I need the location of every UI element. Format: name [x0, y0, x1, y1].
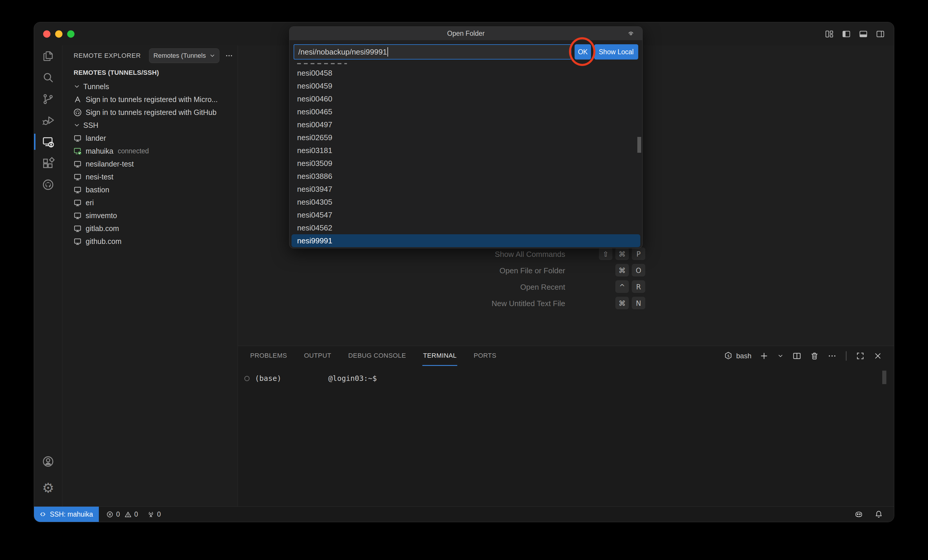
ports-count: 0 — [157, 510, 161, 518]
tree-item-icon — [73, 237, 82, 246]
close-panel-icon[interactable] — [873, 351, 883, 361]
layout-controls — [824, 29, 885, 39]
folder-path-input[interactable]: /nesi/nobackup/nesi99991 — [294, 44, 571, 60]
error-icon — [106, 510, 114, 518]
terminal-shell-chip[interactable]: $ bash — [723, 351, 751, 361]
show-local-button[interactable]: Show Local — [594, 44, 638, 60]
folder-list-item[interactable]: nesi00459 — [290, 79, 642, 92]
tree-item-label: nesi-test — [85, 173, 113, 181]
terminal-dropdown-chevron-icon[interactable] — [777, 352, 784, 360]
tree-item-icon — [73, 185, 82, 195]
problems-status[interactable]: 0 0 — [106, 507, 140, 522]
notifications-bell-icon[interactable] — [874, 510, 884, 519]
remote-scope-dropdown[interactable]: Remotes (Tunnels — [149, 48, 220, 63]
tree-item-label: bastion — [85, 186, 109, 194]
terminal-prompt-line[interactable]: (base) @login03:~$ — [244, 374, 377, 383]
folder-list-item[interactable]: nesi04547 — [290, 209, 642, 221]
folder-list-item[interactable]: nesi00497 — [290, 118, 642, 131]
folder-list-item[interactable]: nesi03181 — [290, 144, 642, 157]
remote-tree-item[interactable]: SSH — [63, 119, 238, 132]
watermark-keys: ^ R — [599, 280, 645, 294]
keycap: ⌘ — [615, 297, 629, 310]
remote-tree-item[interactable]: Sign in to tunnels registered with GitHu… — [63, 106, 238, 119]
open-folder-dialog: Open Folder /nesi/nobackup/nesi99991 OK … — [289, 26, 643, 248]
remote-tree-item[interactable]: lander — [63, 132, 238, 145]
ok-button[interactable]: OK — [575, 44, 591, 60]
remote-tree-item[interactable]: Tunnels — [63, 80, 238, 93]
ports-status[interactable]: 0 — [147, 507, 163, 522]
tree-item-label: Tunnels — [83, 82, 109, 91]
customize-layout-icon[interactable] — [824, 29, 834, 39]
search-icon[interactable] — [34, 67, 62, 88]
panel-tab[interactable]: PORTS — [473, 346, 497, 366]
dialog-inspect-icon[interactable] — [626, 29, 635, 38]
accounts-icon[interactable] — [34, 448, 62, 475]
zoom-window-button[interactable] — [67, 30, 75, 38]
remote-tree: Tunnels Sign in to tunnels registered wi… — [63, 80, 238, 248]
folder-list-items: nesi00458 nesi00459 nesi00460 nesi00465 — [290, 67, 642, 234]
minimize-window-button[interactable] — [55, 30, 63, 38]
panel-tab[interactable]: OUTPUT — [303, 346, 332, 366]
folder-list-item[interactable]: nesi04305 — [290, 195, 642, 209]
toggle-panel-icon[interactable] — [858, 29, 868, 39]
folder-list-item[interactable]: nesi03947 — [290, 183, 642, 195]
tree-item-icon — [73, 224, 82, 233]
folder-list-item[interactable]: nesi00460 — [290, 92, 642, 105]
remote-tree-item[interactable]: github.com — [63, 235, 238, 248]
toggle-primary-sidebar-icon[interactable] — [841, 29, 851, 39]
terminal-env: (base) — [255, 374, 281, 383]
kill-terminal-trash-icon[interactable] — [809, 351, 820, 361]
panel-tab[interactable]: DEBUG CONSOLE — [348, 346, 406, 366]
settings-gear-icon[interactable]: ⚙ — [34, 475, 62, 501]
folder-list-item[interactable]: nesi03886 — [290, 170, 642, 183]
remote-explorer-icon[interactable] — [34, 131, 62, 153]
folder-list-item-selected[interactable]: nesi99991 — [292, 234, 640, 247]
sidebar-more-actions-icon[interactable] — [225, 51, 234, 60]
watermark-keys: ⌘ N — [599, 297, 645, 310]
run-debug-icon[interactable] — [34, 110, 62, 131]
remote-icon — [39, 510, 47, 518]
extensions-icon[interactable] — [34, 153, 62, 174]
remote-tree-item[interactable]: simvemto — [63, 209, 238, 222]
folder-list-item[interactable]: nesi00458 — [290, 67, 642, 79]
explorer-icon[interactable] — [34, 46, 62, 67]
terminal-more-actions-icon[interactable] — [827, 351, 837, 361]
vscode-window: ⚙ REMOTE EXPLORER Remotes (Tunnels REMOT… — [34, 22, 894, 522]
close-window-button[interactable] — [43, 30, 50, 38]
dialog-title-bar: Open Folder — [290, 27, 642, 40]
watermark-label: Open File or Folder — [491, 266, 599, 275]
terminal-scrollbar-thumb[interactable] — [882, 371, 886, 384]
panel-tab[interactable]: PROBLEMS — [250, 346, 287, 366]
remote-tree-item[interactable]: nesi-test — [63, 170, 238, 183]
source-control-icon[interactable] — [34, 88, 62, 110]
broadcast-icon — [147, 510, 155, 518]
tree-item-icon — [73, 133, 82, 143]
remote-tree-item[interactable]: gitlab.com — [63, 222, 238, 235]
remote-tree-item[interactable]: eri — [63, 196, 238, 209]
remote-tree-item[interactable]: nesilander-test — [63, 157, 238, 170]
folder-list-item[interactable]: nesi02659 — [290, 131, 642, 144]
remote-tree-item[interactable]: mahuika connected — [63, 145, 238, 157]
remote-tree-item[interactable]: bastion — [63, 183, 238, 196]
toggle-secondary-sidebar-icon[interactable] — [876, 29, 885, 39]
remote-indicator[interactable]: SSH: mahuika — [34, 507, 99, 522]
error-count: 0 — [116, 510, 120, 518]
remote-label: SSH: mahuika — [50, 510, 93, 518]
sidebar-remote-explorer: REMOTE EXPLORER Remotes (Tunnels REMOTES… — [63, 46, 238, 507]
remote-tree-item[interactable]: Sign in to tunnels registered with Micro… — [63, 93, 238, 106]
remotes-section-title: REMOTES (TUNNELS/SSH) — [63, 69, 238, 76]
tree-item-label: Sign in to tunnels registered with Micro… — [85, 95, 218, 104]
folder-list-item[interactable]: nesi00465 — [290, 105, 642, 118]
panel-tab[interactable]: TERMINAL — [422, 346, 457, 366]
new-terminal-icon[interactable] — [759, 351, 769, 361]
folder-list-item[interactable]: nesi03509 — [290, 157, 642, 170]
maximize-panel-icon[interactable] — [855, 351, 865, 361]
split-terminal-icon[interactable] — [792, 351, 802, 361]
chevron-down-icon — [209, 52, 216, 60]
watermark-keys: ⇧ ⌘ P — [599, 247, 645, 261]
folder-suggestion-list: nesi00458 nesi00459 nesi00460 nesi00465 — [290, 62, 642, 248]
folder-list-item[interactable]: nesi04562 — [290, 221, 642, 234]
copilot-icon[interactable] — [854, 510, 864, 519]
github-icon[interactable] — [34, 174, 62, 195]
list-scrollbar-thumb[interactable] — [637, 137, 641, 153]
